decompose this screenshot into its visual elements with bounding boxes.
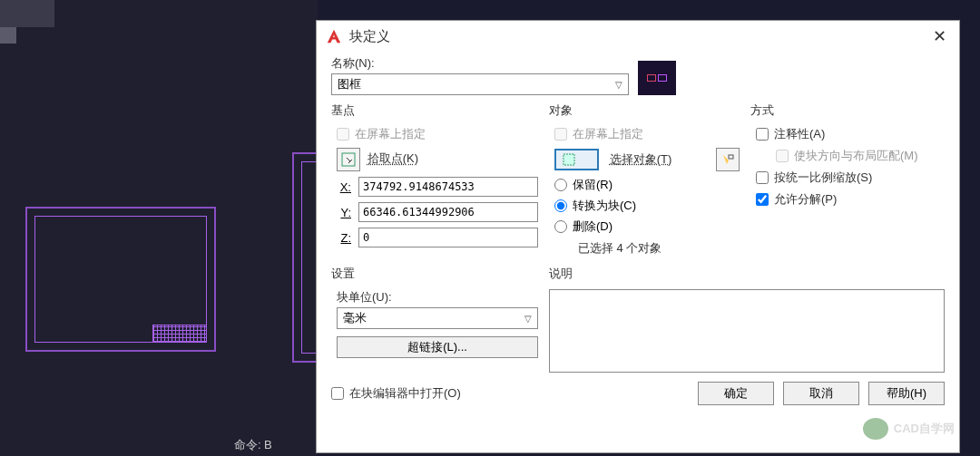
basepoint-title: 基点 xyxy=(331,102,538,121)
objects-title: 对象 xyxy=(549,102,740,121)
wechat-icon xyxy=(863,418,888,440)
delete-radio[interactable]: 删除(D) xyxy=(554,218,740,235)
convert-radio[interactable]: 转换为块(C) xyxy=(554,198,740,214)
dialog-title: 块定义 xyxy=(349,28,928,45)
annotative-checkbox[interactable]: 注释性(A) xyxy=(756,126,945,142)
y-input[interactable] xyxy=(358,202,538,222)
watermark-badge: CAD自学网 xyxy=(863,418,955,440)
cancel-button[interactable]: 取消 xyxy=(783,382,859,405)
retain-radio[interactable]: 保留(R) xyxy=(554,177,740,193)
match-orientation-checkbox: 使块方向与布局匹配(M) xyxy=(756,148,945,164)
help-button[interactable]: 帮助(H) xyxy=(868,382,945,405)
chevron-down-icon: ▽ xyxy=(615,80,622,90)
block-preview xyxy=(638,61,676,95)
base-specify-onscreen-checkbox: 在屏幕上指定 xyxy=(337,126,538,142)
z-label: Z: xyxy=(337,231,351,245)
pick-point-icon-button[interactable] xyxy=(337,148,360,171)
z-input[interactable] xyxy=(358,228,538,247)
x-input[interactable] xyxy=(358,177,538,197)
window-titlebar-fragment xyxy=(0,0,54,27)
window-tab-fragment xyxy=(0,27,16,44)
svg-rect-2 xyxy=(729,155,733,159)
unit-select[interactable]: 毫米 ▽ xyxy=(337,307,538,329)
description-title: 说明 xyxy=(549,266,945,284)
name-combobox[interactable]: 图框 ▽ xyxy=(331,73,629,95)
y-label: Y: xyxy=(337,206,351,219)
autocad-logo-icon xyxy=(326,28,342,44)
name-value: 图框 xyxy=(338,76,361,92)
quick-select-icon-button[interactable] xyxy=(716,148,740,171)
svg-rect-1 xyxy=(564,154,574,165)
obj-specify-onscreen-checkbox: 在屏幕上指定 xyxy=(554,126,740,142)
command-prefix: 命令: xyxy=(234,438,261,451)
x-label: X: xyxy=(337,180,351,194)
description-textarea[interactable] xyxy=(549,289,945,373)
name-label: 名称(N): xyxy=(331,55,629,72)
close-icon[interactable]: ✕ xyxy=(928,26,950,46)
settings-title: 设置 xyxy=(331,266,538,284)
scale-uniform-checkbox[interactable]: 按统一比例缩放(S) xyxy=(756,170,945,186)
command-value: B xyxy=(264,438,272,451)
behavior-title: 方式 xyxy=(750,102,945,121)
drawing-titleblock xyxy=(152,325,207,343)
allow-explode-checkbox[interactable]: 允许分解(P) xyxy=(756,191,945,208)
open-in-editor-checkbox[interactable]: 在块编辑器中打开(O) xyxy=(331,385,461,402)
hyperlink-button[interactable]: 超链接(L)... xyxy=(337,336,538,358)
command-line[interactable]: 命令: B xyxy=(234,437,272,453)
chevron-down-icon: ▽ xyxy=(524,314,532,324)
block-definition-dialog: 块定义 ✕ 名称(N): 图框 ▽ 基点 在屏幕上指定 xyxy=(316,20,960,453)
pick-point-label[interactable]: 拾取点(K) xyxy=(368,151,418,165)
select-objects-label[interactable]: 选择对象(T) xyxy=(610,151,672,168)
ok-button[interactable]: 确定 xyxy=(698,382,774,405)
drawing-frame-1-inner xyxy=(34,216,207,343)
unit-label: 块单位(U): xyxy=(337,289,538,306)
selection-info: 已选择 4 个对象 xyxy=(554,240,740,257)
cad-canvas: 命令: B xyxy=(0,0,318,456)
unit-value: 毫米 xyxy=(343,310,367,326)
dialog-titlebar: 块定义 ✕ xyxy=(317,21,959,52)
select-objects-icon-button[interactable] xyxy=(554,149,599,170)
